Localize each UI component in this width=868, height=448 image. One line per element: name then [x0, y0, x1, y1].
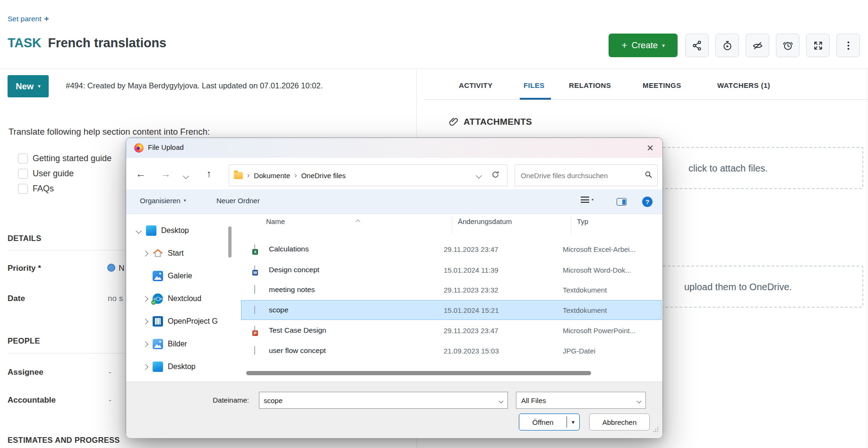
chevron-down-icon[interactable] [136, 229, 141, 233]
checkbox-user-guide[interactable] [18, 169, 28, 179]
status-button[interactable]: New ▾ [8, 75, 49, 97]
help-button[interactable]: ? [642, 197, 653, 207]
address-bar[interactable]: › Dokumente › OneDrive files [229, 164, 507, 186]
up-button[interactable]: ↑ [202, 168, 215, 180]
open-dropdown-icon[interactable]: ▼ [567, 420, 579, 425]
details-divider [8, 250, 134, 250]
column-header-name[interactable]: Name [266, 217, 285, 225]
more-actions-button[interactable] [836, 34, 860, 57]
work-package-title: TASK French translations [8, 36, 166, 51]
accountable-value[interactable]: - [109, 396, 112, 405]
work-package-type[interactable]: TASK [8, 36, 42, 51]
breadcrumb-onedrive-files[interactable]: OneDrive files [301, 172, 345, 180]
new-folder-button[interactable]: Neuer Ordner [216, 197, 260, 205]
breadcrumb-dokumente[interactable]: Dokumente [254, 172, 290, 180]
tab-relations[interactable]: RELATIONS [569, 81, 611, 89]
assignee-label: Assignee [8, 368, 43, 377]
share-icon [691, 40, 703, 52]
organize-menu[interactable]: Organisieren ▾ [140, 197, 186, 205]
tab-meetings[interactable]: MEETINGS [643, 81, 681, 89]
preview-pane-button[interactable] [617, 198, 627, 207]
page-title[interactable]: French translations [48, 36, 167, 51]
file-row-calculations[interactable]: X Calculations 29.11.2023 23:47 Microsof… [241, 239, 662, 259]
reminder-button[interactable] [776, 34, 799, 57]
search-box[interactable] [515, 164, 658, 186]
expand-icon [812, 40, 824, 52]
chevron-right-icon[interactable] [142, 319, 148, 324]
tree-item-start[interactable]: Start [126, 243, 239, 264]
checkbox-getting-started[interactable] [18, 154, 28, 164]
column-separator[interactable] [452, 216, 452, 234]
column-header-type[interactable]: Typ [577, 217, 588, 225]
filename-combobox [259, 392, 508, 409]
folder-tree: Desktop Start Galerie Nextcloud [126, 214, 239, 381]
unwatch-button[interactable] [746, 34, 769, 57]
checkbox-label: User guide [33, 169, 74, 179]
desktop-icon [153, 362, 163, 372]
dialog-titlebar[interactable] [126, 138, 662, 158]
tree-item-openproject[interactable]: OpenProject G [126, 311, 239, 332]
view-mode-button[interactable]: ▾ [581, 197, 593, 203]
file-row-design-concept[interactable]: W Design concept 15.01.2024 11:39 Micros… [241, 260, 662, 280]
priority-label: Priority * [8, 264, 41, 273]
date-value[interactable]: no s [108, 294, 123, 303]
scrollbar-track[interactable] [867, 69, 867, 448]
filetype-select[interactable]: All Files [516, 392, 646, 409]
search-input[interactable] [520, 171, 645, 180]
tree-item-bilder[interactable]: Bilder [126, 334, 239, 354]
chevron-down-icon[interactable] [499, 396, 507, 405]
cancel-button[interactable]: Abbrechen [589, 414, 650, 431]
column-header-modified[interactable]: Änderungsdatum [458, 217, 512, 225]
active-tab-underline [520, 98, 551, 100]
filename-input[interactable] [259, 396, 499, 405]
dropzone-text: upload them to OneDrive. [684, 282, 792, 293]
tree-item-desktop[interactable]: Desktop [126, 220, 239, 241]
tab-watchers[interactable]: WATCHERS (1) [717, 81, 770, 89]
back-button[interactable]: ← [134, 168, 147, 180]
search-icon[interactable] [645, 171, 653, 181]
chevron-right-icon[interactable] [142, 365, 148, 369]
address-dropdown-icon[interactable] [477, 171, 481, 180]
tab-files[interactable]: FILES [524, 81, 545, 89]
attachments-heading: ATTACHMENTS [464, 117, 532, 127]
description-text: Translate following help section content… [9, 127, 210, 137]
start-timer-button[interactable] [715, 34, 739, 57]
header-divider [0, 69, 868, 69]
dialog-footer [126, 381, 662, 438]
checklist-item: User guide [18, 169, 74, 179]
column-separator[interactable] [571, 216, 571, 234]
tree-item-galerie[interactable]: Galerie [126, 266, 239, 286]
checkbox-faqs[interactable] [18, 184, 28, 194]
tree-scrollbar[interactable] [228, 226, 232, 258]
refresh-icon[interactable] [491, 171, 499, 181]
recent-locations-button[interactable] [184, 172, 188, 180]
estimates-heading: ESTIMATES AND PROGRESS [8, 436, 120, 445]
close-icon[interactable]: × [641, 141, 659, 155]
horizontal-scrollbar[interactable] [246, 371, 591, 375]
openproject-page: Set parent + TASK French translations + … [0, 0, 868, 448]
open-button[interactable]: Öffnen ▼ [519, 414, 580, 431]
file-row-test-case-design[interactable]: P Test Case Design 29.11.2023 23:47 Micr… [241, 320, 662, 340]
assignee-value[interactable]: - [109, 368, 112, 377]
openproject-folder-icon [153, 316, 163, 327]
tree-item-desktop-2[interactable]: Desktop [126, 356, 239, 377]
share-button[interactable] [685, 34, 709, 57]
chevron-down-icon [637, 396, 645, 405]
chevron-right-icon[interactable] [142, 251, 148, 256]
tab-activity[interactable]: ACTIVITY [459, 81, 493, 89]
chevron-right-icon[interactable] [142, 342, 148, 346]
set-parent-link[interactable]: Set parent + [8, 14, 49, 24]
file-row-meeting-notes[interactable]: meeting notes 29.11.2023 23:32 Textdokum… [241, 280, 662, 300]
preview-pane-icon [617, 198, 627, 206]
tree-item-nextcloud[interactable]: Nextcloud [126, 288, 239, 309]
sort-ascending-icon [356, 217, 360, 225]
file-row-scope-selected[interactable]: scope 15.01.2024 15:21 Textdokument [241, 300, 662, 320]
create-button[interactable]: + Create ▾ [609, 34, 678, 57]
home-icon [153, 248, 163, 258]
fullscreen-button[interactable] [806, 34, 830, 57]
priority-value[interactable]: N [119, 264, 124, 273]
chevron-right-icon[interactable] [142, 297, 148, 301]
image-file-icon [254, 346, 265, 355]
forward-button[interactable]: → [159, 168, 172, 180]
file-row-user-flow-concept[interactable]: user flow concept 21.09.2023 15:03 JPG-D… [241, 341, 662, 361]
